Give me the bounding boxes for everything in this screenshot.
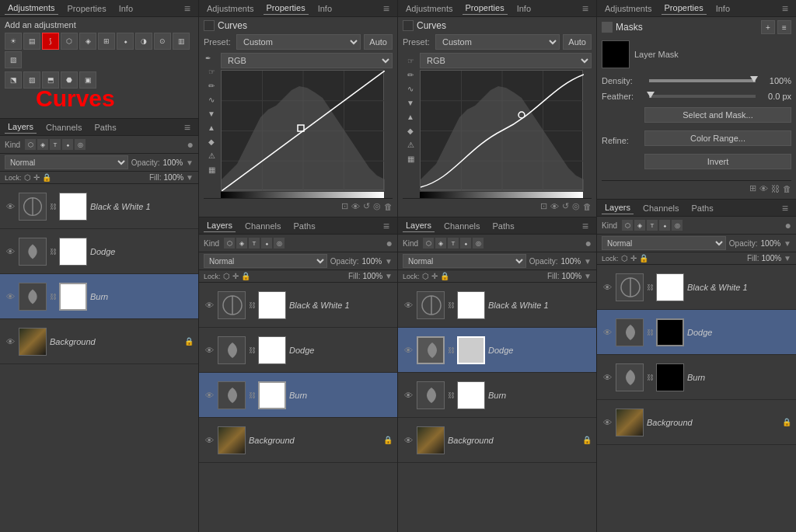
preset-select-2[interactable]: Custom: [236, 34, 361, 50]
tab-info-4[interactable]: Info: [713, 2, 733, 15]
curve-pen-icon-2[interactable]: ✒: [205, 54, 211, 62]
tool-eyedrop-gray-2[interactable]: ▲: [205, 121, 218, 134]
lock-all-1[interactable]: 🔒: [42, 173, 51, 182]
filter-pixel-2[interactable]: ⬡: [224, 238, 235, 249]
invert-btn-4[interactable]: Invert: [644, 154, 791, 169]
tool-finger-2[interactable]: ☞: [205, 65, 218, 78]
tab-layers-2[interactable]: Layers: [204, 219, 236, 232]
layer-vis-dodge-2[interactable]: 👁: [204, 345, 215, 356]
layer-mask-bw-2[interactable]: [258, 291, 286, 319]
layer-vis-bg-2[interactable]: 👁: [204, 435, 215, 446]
adj-icon-curves[interactable]: ⟆: [42, 33, 59, 50]
filter-type-1[interactable]: T: [50, 139, 61, 150]
tab-layers-1[interactable]: Layers: [5, 120, 37, 134]
filter-smart-2[interactable]: ◎: [274, 238, 285, 249]
filter-type-3[interactable]: T: [448, 238, 459, 249]
tab-adjustments-4[interactable]: Adjustments: [602, 2, 655, 15]
tab-paths-1[interactable]: Paths: [92, 121, 120, 134]
filter-smart-4[interactable]: ◎: [672, 220, 683, 231]
lock-pos-2[interactable]: ✛: [232, 272, 239, 280]
curves-delete-icon-2[interactable]: 🗑: [384, 202, 393, 211]
tool-eyedrop-black-2[interactable]: ▼: [205, 107, 218, 120]
tool-eyedrop-gray-3[interactable]: ▲: [404, 110, 417, 123]
layer-vis-dodge-4[interactable]: 👁: [602, 327, 613, 338]
curves-delete-icon-3[interactable]: 🗑: [583, 202, 592, 211]
tab-paths-4[interactable]: Paths: [689, 202, 717, 214]
layer-row-bg-1[interactable]: 👁 Background 🔒: [0, 319, 198, 364]
adj-icon-exposure[interactable]: ⬡: [61, 33, 78, 50]
layer-row-bw-2[interactable]: 👁 ⛓ Black & White 1: [199, 283, 397, 328]
curves-clip-icon-3[interactable]: ⊡: [540, 201, 547, 211]
tab-properties-1[interactable]: Properties: [65, 2, 110, 15]
layer-vis-burn-3[interactable]: 👁: [403, 390, 414, 401]
layer-row-burn-3[interactable]: 👁 ⛓ Burn: [398, 373, 596, 418]
filter-shape-3[interactable]: ⬥: [460, 238, 471, 249]
lock-pos-4[interactable]: ✛: [630, 254, 637, 263]
layer-mask-burn-4[interactable]: [656, 363, 684, 391]
adj-icon-channel-mixer[interactable]: ▥: [173, 33, 190, 50]
tab-properties-4[interactable]: Properties: [662, 2, 707, 15]
lock-pos-3[interactable]: ✛: [431, 272, 438, 280]
blend-mode-select-4[interactable]: Normal: [602, 236, 726, 250]
panel4-menu-icon[interactable]: ≡: [779, 1, 791, 16]
layer-mask-dodge-1[interactable]: [59, 238, 87, 266]
panel3-menu-icon[interactable]: ≡: [579, 1, 592, 16]
tool-curve-3[interactable]: ∿: [404, 82, 417, 95]
curves-reset-icon-2[interactable]: ↺: [363, 201, 370, 211]
layer-row-bw-3[interactable]: 👁 ⛓ Black & White 1: [398, 283, 596, 328]
layer-vis-bg-3[interactable]: 👁: [403, 435, 414, 446]
layer-vis-burn-4[interactable]: 👁: [602, 372, 613, 383]
blend-mode-select-3[interactable]: Normal: [403, 254, 526, 268]
preset-select-3[interactable]: Custom: [435, 34, 560, 50]
lock-all-3[interactable]: 🔒: [440, 272, 449, 280]
layer-mask-bw-1[interactable]: [59, 193, 87, 221]
lock-pixel-2[interactable]: ⬡: [223, 272, 230, 280]
masks-icon-grid-4[interactable]: ⊞: [749, 183, 756, 193]
tool-finger-3[interactable]: ☞: [404, 54, 417, 67]
adj-icon-bw[interactable]: ◑: [135, 33, 152, 50]
color-range-btn-4[interactable]: Color Range...: [644, 130, 791, 146]
tab-adjustments-2[interactable]: Adjustments: [204, 2, 257, 15]
tab-paths-3[interactable]: Paths: [490, 220, 518, 232]
tool-pen-2[interactable]: ✏: [205, 79, 218, 92]
curves-eye-icon-3[interactable]: 👁: [550, 202, 559, 211]
density-slider-track-4[interactable]: [649, 79, 756, 82]
layer-row-dodge-1[interactable]: 👁 ⛓ Dodge: [0, 229, 198, 274]
lock-all-2[interactable]: 🔒: [241, 272, 250, 280]
opacity-arrow-3[interactable]: ▼: [584, 257, 592, 266]
layer-mask-bw-4[interactable]: [656, 273, 684, 301]
filter-pixel-4[interactable]: ⬡: [622, 220, 633, 231]
lock-pos-1[interactable]: ✛: [33, 173, 40, 182]
layers-menu-2[interactable]: ≡: [380, 218, 393, 234]
tab-paths-2[interactable]: Paths: [291, 220, 319, 232]
layer-mask-dodge-2[interactable]: [258, 336, 286, 364]
auto-btn-2[interactable]: Auto: [364, 34, 393, 50]
panel2-menu-icon[interactable]: ≡: [380, 1, 393, 16]
layer-vis-bg-4[interactable]: 👁: [602, 417, 613, 428]
layers-menu-3[interactable]: ≡: [579, 218, 592, 234]
filter-shape-2[interactable]: ⬥: [261, 238, 272, 249]
fill-arrow-3[interactable]: ▼: [584, 272, 592, 280]
layer-row-dodge-2[interactable]: 👁 ⛓ Dodge: [199, 328, 397, 373]
adj-icon-brightness[interactable]: ☀: [5, 33, 22, 50]
curves-visibility-icon-3[interactable]: ◎: [572, 201, 580, 211]
layer-mask-burn-2[interactable]: [258, 381, 286, 409]
layer-row-bw-1[interactable]: 👁 ⛓ Black & White 1: [0, 184, 198, 229]
lock-all-4[interactable]: 🔒: [639, 254, 648, 263]
curves-clip-icon-2[interactable]: ⊡: [341, 201, 348, 211]
filter-adj-2[interactable]: ◈: [236, 238, 247, 249]
filter-pixel-1[interactable]: ⬡: [25, 139, 36, 150]
filter-type-4[interactable]: T: [647, 220, 658, 231]
tab-channels-3[interactable]: Channels: [441, 220, 483, 232]
adj-icon-color[interactable]: ⬥: [117, 33, 134, 50]
layer-mask-preview-4[interactable]: [602, 40, 630, 68]
layer-vis-bw-2[interactable]: 👁: [204, 300, 215, 311]
filter-adj-4[interactable]: ◈: [634, 220, 645, 231]
layer-row-dodge-4[interactable]: 👁 ⛓ Dodge: [597, 310, 796, 355]
layer-row-bg-3[interactable]: 👁 Background 🔒: [398, 418, 596, 463]
tab-layers-3[interactable]: Layers: [403, 219, 435, 232]
filter-adj-3[interactable]: ◈: [435, 238, 446, 249]
masks-icon-link-4[interactable]: ⛓: [771, 184, 780, 193]
adj-icon-photo-filter[interactable]: ⊙: [154, 33, 171, 50]
tab-channels-4[interactable]: Channels: [640, 202, 682, 214]
